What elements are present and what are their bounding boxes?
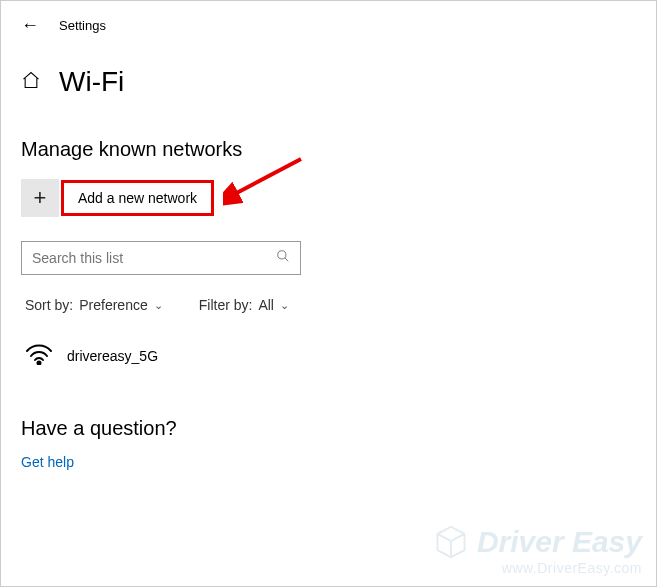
filter-value: All bbox=[258, 297, 274, 313]
cube-icon bbox=[433, 524, 469, 560]
sort-by-dropdown[interactable]: Sort by: Preference ⌄ bbox=[25, 297, 163, 313]
page-title: Wi-Fi bbox=[59, 66, 124, 98]
chevron-down-icon: ⌄ bbox=[280, 299, 289, 312]
back-button[interactable]: ← bbox=[21, 15, 59, 36]
plus-icon: + bbox=[21, 179, 59, 217]
svg-line-0 bbox=[231, 159, 301, 196]
svg-point-3 bbox=[38, 362, 41, 365]
get-help-link[interactable]: Get help bbox=[21, 454, 74, 470]
home-icon[interactable] bbox=[21, 70, 41, 94]
svg-point-1 bbox=[278, 251, 286, 259]
add-new-network-button[interactable]: + Add a new network bbox=[21, 179, 214, 217]
annotation-arrow-icon bbox=[223, 156, 303, 211]
add-new-network-label: Add a new network bbox=[78, 190, 197, 206]
header-title: Settings bbox=[59, 18, 106, 33]
watermark: Driver Easy www.DriverEasy.com bbox=[433, 524, 642, 576]
search-input-wrap[interactable] bbox=[21, 241, 301, 275]
search-icon[interactable] bbox=[276, 249, 290, 267]
watermark-brand: Driver Easy bbox=[477, 525, 642, 559]
filter-by-dropdown[interactable]: Filter by: All ⌄ bbox=[199, 297, 289, 313]
network-list-item[interactable]: drivereasy_5G bbox=[25, 343, 656, 369]
wifi-icon bbox=[25, 343, 53, 369]
sort-prefix: Sort by: bbox=[25, 297, 73, 313]
filter-prefix: Filter by: bbox=[199, 297, 253, 313]
sort-value: Preference bbox=[79, 297, 147, 313]
svg-line-2 bbox=[285, 258, 289, 262]
question-heading: Have a question? bbox=[1, 369, 656, 440]
watermark-url: www.DriverEasy.com bbox=[433, 560, 642, 576]
known-networks-heading: Manage known networks bbox=[1, 98, 656, 161]
network-name: drivereasy_5G bbox=[67, 348, 158, 364]
search-input[interactable] bbox=[32, 250, 276, 266]
chevron-down-icon: ⌄ bbox=[154, 299, 163, 312]
